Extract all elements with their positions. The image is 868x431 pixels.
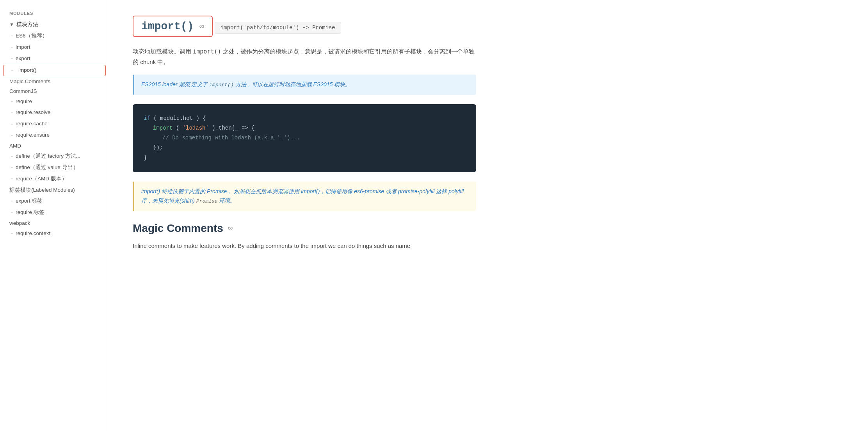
sidebar-item-import[interactable]: import <box>0 42 109 53</box>
info-box-yellow: import() 特性依赖于内置的 Promise 。如果想在低版本浏览器使用 … <box>133 182 476 211</box>
keyword-if: if <box>144 115 150 121</box>
sidebar-item-require[interactable]: require <box>0 96 109 107</box>
sidebar-item-export[interactable]: export <box>0 53 109 64</box>
sidebar-item-require-amd[interactable]: require（AMD 版本） <box>0 173 109 185</box>
code-line-2: import ( 'lodash' ).then(_ => { <box>144 123 465 133</box>
sidebar-item-require-ensure[interactable]: require.ensure <box>0 130 109 141</box>
sidebar-group-header[interactable]: ▼ 模块方法 <box>0 19 109 30</box>
sidebar-items: ES6（推荐）importexportimport()Magic Comment… <box>0 30 109 239</box>
fn-import: import <box>153 125 173 131</box>
sidebar-item-export-label[interactable]: export 标签 <box>0 196 109 207</box>
sidebar-item-define-value[interactable]: define（通过 value 导出） <box>0 162 109 173</box>
page-header-box: import() ∞ <box>133 16 213 37</box>
main-content: import() ∞ import('path/to/module') -> P… <box>109 0 500 431</box>
section-title: Magic Comments <box>133 222 223 235</box>
promise-link[interactable]: Promise <box>207 188 227 194</box>
sidebar-group-label: 模块方法 <box>16 21 38 28</box>
description: 动态地加载模块。调用 import() 之处，被作为分离的模块起点，意思是，被请… <box>133 46 476 67</box>
chevron-icon: ▼ <box>9 22 14 27</box>
sidebar-item-labeled-modules[interactable]: 标签模块(Labeled Modules) <box>0 185 109 196</box>
sidebar-item-require-cache[interactable]: require.cache <box>0 118 109 130</box>
info-blue-text: ES2015 loader 规范 定义了 import() 方法，可以在运行时动… <box>141 81 350 87</box>
code-line-5: } <box>144 153 465 163</box>
info-box-blue: ES2015 loader 规范 定义了 import() 方法，可以在运行时动… <box>133 75 476 95</box>
comment-line: // Do something with lodash (a.k.a '_').… <box>162 135 300 141</box>
code-line-3: // Do something with lodash (a.k.a '_').… <box>144 133 465 143</box>
description-text: 动态地加载模块。调用 import() 之处，被作为分离的模块起点，意思是，被请… <box>133 48 475 65</box>
page-header-title: import() <box>141 20 194 32</box>
sidebar-item-webpack[interactable]: webpack <box>0 218 109 228</box>
es6-promise-link[interactable]: es6-promise <box>354 188 384 194</box>
code-line-4: }); <box>144 143 465 153</box>
code-signature: import('path/to/module') -> Promise <box>215 22 341 34</box>
section-link-icon[interactable]: ∞ <box>228 224 233 232</box>
sidebar-item-require-context[interactable]: require.context <box>0 228 109 239</box>
sidebar-item-require-resolve[interactable]: require.resolve <box>0 107 109 118</box>
sidebar-section-title: MODULES <box>0 8 109 19</box>
section-heading: Magic Comments ∞ <box>133 222 476 235</box>
sidebar-item-commonjs[interactable]: CommonJS <box>0 86 109 96</box>
sidebar-item-require-label[interactable]: require 标签 <box>0 207 109 218</box>
sidebar: MODULES ▼ 模块方法 ES6（推荐）importexportimport… <box>0 0 109 431</box>
info-yellow-text: import() 特性依赖于内置的 Promise 。如果想在低版本浏览器使用 … <box>141 188 464 204</box>
sidebar-item-import-fn[interactable]: import() <box>3 65 106 76</box>
sidebar-item-amd[interactable]: AMD <box>0 141 109 151</box>
code-block: if ( module.hot ) { import ( 'lodash' ).… <box>133 104 476 172</box>
code-line-1: if ( module.hot ) { <box>144 114 465 123</box>
section-body: Inline comments to make features work. B… <box>133 241 476 251</box>
str-lodash: 'lodash' <box>183 125 209 131</box>
header-link-icon[interactable]: ∞ <box>199 22 204 30</box>
sidebar-item-es6[interactable]: ES6（推荐） <box>0 30 109 42</box>
sidebar-item-define-factory[interactable]: define（通过 factory 方法... <box>0 151 109 162</box>
sidebar-item-magic-comments[interactable]: Magic Comments <box>0 77 109 86</box>
polyfill-link[interactable]: promise-polyfill <box>398 188 434 194</box>
